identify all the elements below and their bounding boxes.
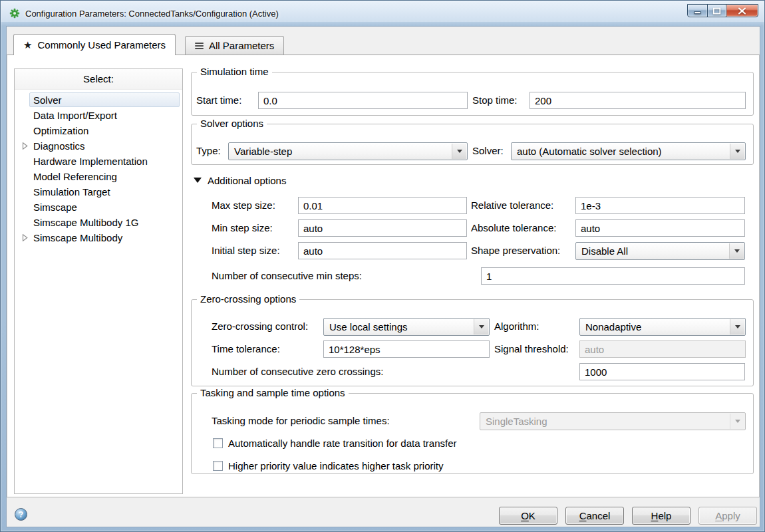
absolute-tolerance-label: Absolute tolerance: <box>471 219 556 237</box>
tab-commonly-used-parameters[interactable]: ★ Commonly Used Parameters <box>13 34 176 55</box>
sidebar-item-simscape-multibody-1g[interactable]: Simscape Multibody 1G <box>15 215 182 230</box>
higher-priority-checkbox[interactable] <box>213 461 223 471</box>
initial-step-size-label: Initial step size: <box>212 242 280 259</box>
max-step-size-label: Max step size: <box>212 197 275 214</box>
sidebar-item-solver[interactable]: Solver <box>15 92 182 108</box>
min-step-size-label: Min step size: <box>212 219 273 237</box>
maximize-button[interactable] <box>707 4 726 17</box>
sidebar-item-optimization[interactable]: Optimization <box>15 123 182 138</box>
sidebar-item-diagnostics[interactable]: Diagnostics <box>15 138 182 154</box>
time-tolerance-input[interactable] <box>323 340 490 358</box>
relative-tolerance-input[interactable] <box>575 197 745 214</box>
close-button[interactable] <box>726 4 758 17</box>
window-title: Configuration Parameters: ConnectedTanks… <box>25 9 279 19</box>
chevron-down-icon <box>730 144 744 159</box>
dialog-client-area: ★ Commonly Used Parameters All Parameter… <box>6 26 760 527</box>
auto-rate-transition-checkbox[interactable] <box>213 438 223 448</box>
algorithm-dropdown[interactable]: Nonadaptive <box>579 318 746 336</box>
category-tree: Solver Data Import/Export Optimization D… <box>15 90 182 493</box>
tab-label: All Parameters <box>209 40 274 51</box>
solver-label: Solver: <box>472 142 504 160</box>
consecutive-zero-crossings-label: Number of consecutive zero crossings: <box>212 363 383 380</box>
group-title: Solver options <box>197 118 267 129</box>
solver-dropdown[interactable]: auto (Automatic solver selection) <box>511 142 746 160</box>
algorithm-label: Algorithm: <box>494 318 539 335</box>
sidebar-item-simscape-multibody[interactable]: Simscape Multibody <box>15 230 182 245</box>
tab-label: Commonly Used Parameters <box>37 39 166 51</box>
type-dropdown[interactable]: Variable-step <box>228 142 468 160</box>
absolute-tolerance-input[interactable] <box>575 219 745 237</box>
stop-time-label: Stop time: <box>472 92 518 109</box>
chevron-right-icon[interactable] <box>22 142 28 150</box>
triangle-down-icon <box>194 178 202 183</box>
list-icon <box>195 41 204 51</box>
start-time-input[interactable] <box>258 92 468 109</box>
tasking-mode-label: Tasking mode for periodic sample times: <box>212 412 390 430</box>
zero-crossing-control-label: Zero-crossing control: <box>212 318 308 335</box>
minimize-button[interactable] <box>687 4 708 17</box>
group-title: Simulation time <box>197 66 272 77</box>
help-icon[interactable]: ? <box>15 508 27 521</box>
configuration-parameters-window: Configuration Parameters: ConnectedTanks… <box>0 0 765 532</box>
chevron-down-icon <box>474 319 488 334</box>
zero-crossing-control-dropdown[interactable]: Use local settings <box>323 318 490 336</box>
sidebar-item-hardware-implementation[interactable]: Hardware Implementation <box>15 154 182 169</box>
higher-priority-label: Higher priority value indicates higher t… <box>228 458 443 475</box>
group-title: Zero-crossing options <box>197 293 299 305</box>
sidebar-item-model-referencing[interactable]: Model Referencing <box>15 169 182 184</box>
signal-threshold-label: Signal threshold: <box>494 340 569 358</box>
additional-options-toggle[interactable]: Additional options <box>194 174 286 187</box>
consecutive-min-steps-label: Number of consecutive min steps: <box>212 267 362 285</box>
tasking-mode-dropdown: SingleTasking <box>480 412 746 430</box>
main-panel: Select: Solver Data Import/Export Optimi… <box>7 55 760 497</box>
additional-options-label: Additional options <box>208 175 286 186</box>
chevron-down-icon <box>729 243 744 259</box>
window-controls <box>688 4 758 17</box>
time-tolerance-label: Time tolerance: <box>212 340 280 358</box>
chevron-down-icon <box>452 144 466 159</box>
shape-preservation-label: Shape preservation: <box>471 242 560 259</box>
sidebar-item-data-import-export[interactable]: Data Import/Export <box>15 108 182 123</box>
relative-tolerance-label: Relative tolerance: <box>471 197 553 214</box>
min-step-size-input[interactable] <box>298 219 467 237</box>
shape-preservation-dropdown[interactable]: Disable All <box>575 242 745 260</box>
app-icon <box>9 8 20 19</box>
ok-button[interactable]: OK <box>499 507 557 525</box>
sidebar: Select: Solver Data Import/Export Optimi… <box>14 68 183 494</box>
chevron-down-icon <box>730 414 744 429</box>
signal-threshold-input <box>579 340 746 358</box>
chevron-down-icon <box>730 319 744 334</box>
help-button[interactable]: Help <box>632 507 690 525</box>
titlebar[interactable]: Configuration Parameters: ConnectedTanks… <box>1 1 764 26</box>
group-title: Tasking and sample time options <box>197 387 349 398</box>
sidebar-item-simulation-target[interactable]: Simulation Target <box>15 184 182 200</box>
max-step-size-input[interactable] <box>298 197 467 214</box>
sidebar-header: Select: <box>15 69 182 90</box>
start-time-label: Start time: <box>196 92 241 109</box>
initial-step-size-input[interactable] <box>298 242 467 259</box>
sidebar-item-simscape[interactable]: Simscape <box>15 200 182 215</box>
consecutive-min-steps-input[interactable] <box>481 267 745 285</box>
cancel-button[interactable]: Cancel <box>565 507 624 525</box>
stop-time-input[interactable] <box>530 92 746 109</box>
auto-rate-transition-label: Automatically handle rate transition for… <box>228 435 457 452</box>
star-icon: ★ <box>23 40 32 50</box>
apply-button: Apply <box>698 507 757 525</box>
type-label: Type: <box>196 142 221 160</box>
tab-all-parameters[interactable]: All Parameters <box>185 36 284 55</box>
chevron-right-icon[interactable] <box>22 234 28 241</box>
consecutive-zero-crossings-input[interactable] <box>579 363 745 380</box>
